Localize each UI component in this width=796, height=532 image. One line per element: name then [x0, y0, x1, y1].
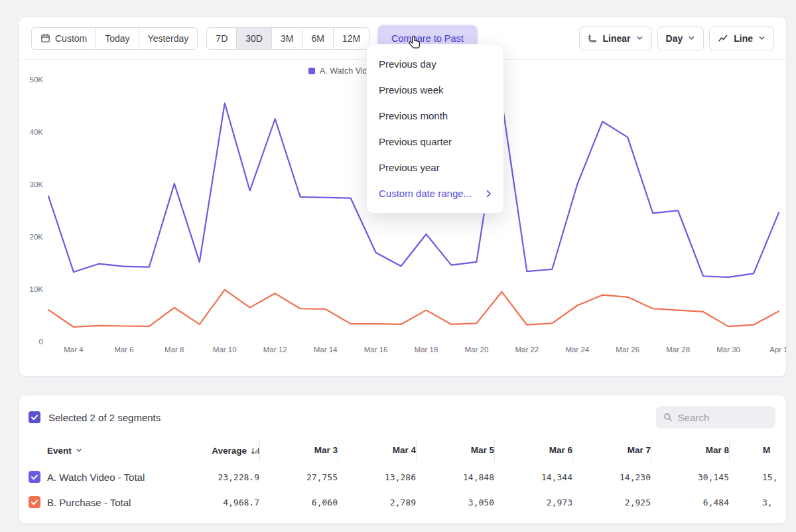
- row-average-value: 23,228.9: [193, 472, 259, 482]
- y-axis-tick: 20K: [30, 233, 44, 241]
- x-axis-tick: Mar 20: [465, 346, 489, 354]
- x-axis-tick: Mar 8: [165, 346, 184, 354]
- date-column-header: Mar 8: [651, 439, 729, 462]
- select-all-checkbox[interactable]: [29, 411, 40, 423]
- x-axis-tick: Mar 16: [364, 346, 388, 354]
- date-column-header: Mar 3: [259, 439, 338, 462]
- range-preset-group: 7D30D3M6M12M: [206, 27, 369, 50]
- interval-dropdown[interactable]: Day: [657, 27, 704, 50]
- x-axis-tick: Mar 28: [666, 346, 690, 354]
- row-cell-value: 3,050: [416, 498, 494, 507]
- row-cell-value: 6,484: [651, 498, 729, 507]
- preset-7d[interactable]: 7D: [206, 27, 237, 50]
- day-label: Day: [666, 33, 683, 44]
- preset-label: 30D: [245, 33, 263, 44]
- x-axis-tick: Mar 22: [515, 346, 539, 354]
- x-axis-tick: Apr 1: [769, 346, 786, 354]
- x-axis-tick: Mar 6: [114, 346, 133, 354]
- date-preset-group: CustomTodayYesterday: [31, 27, 198, 50]
- y-axis-tick: 30K: [30, 180, 44, 188]
- preset-label: Custom: [55, 33, 87, 44]
- preset-yesterday[interactable]: Yesterday: [139, 27, 198, 50]
- row-cell-value: 2,925: [572, 498, 651, 507]
- event-column-header[interactable]: Event: [47, 446, 193, 456]
- row-cell-value: 30,145: [651, 472, 729, 482]
- segments-table: Event Average Mar 3Mar 4Mar 5Mar 6Mar 7M…: [29, 436, 787, 515]
- row-cell-value: 3,: [729, 498, 787, 507]
- y-axis-tick: 40K: [30, 128, 44, 136]
- menu-item-previous-day[interactable]: Previous day: [367, 51, 503, 77]
- x-axis-tick: Mar 18: [415, 346, 438, 354]
- row-checkbox-cell: [29, 496, 47, 508]
- menu-item-custom-date-range[interactable]: Custom date range...: [367, 180, 503, 206]
- line-label: Line: [734, 33, 753, 44]
- custom-date-range-label: Custom date range...: [379, 188, 472, 199]
- x-axis-tick: Mar 12: [263, 346, 287, 354]
- compare-to-past-menu: Previous dayPrevious weekPrevious monthP…: [366, 44, 504, 214]
- segments-header: Selected 2 of 2 segments: [19, 395, 786, 432]
- table-row: A. Watch Video - Total23,228.927,75513,2…: [29, 464, 787, 490]
- row-cell-value: 27,755: [259, 472, 338, 482]
- compare-menu-items: Previous dayPrevious weekPrevious monthP…: [367, 51, 503, 180]
- row-cell-value: 14,848: [416, 472, 494, 482]
- search-input[interactable]: [678, 412, 768, 423]
- row-label: A. Watch Video - Total: [47, 472, 193, 483]
- preset-6m[interactable]: 6M: [302, 27, 333, 50]
- row-cell-value: 6,060: [259, 498, 338, 507]
- segments-selected-text: Selected 2 of 2 segments: [48, 412, 161, 423]
- menu-item-previous-week[interactable]: Previous week: [367, 77, 503, 103]
- preset-12m[interactable]: 12M: [333, 27, 369, 50]
- table-body: A. Watch Video - Total23,228.927,75513,2…: [29, 464, 787, 515]
- preset-label: Today: [105, 33, 129, 44]
- y-axis-tick: 10K: [30, 285, 44, 293]
- menu-item-previous-year[interactable]: Previous year: [367, 155, 503, 180]
- preset-custom[interactable]: Custom: [31, 27, 96, 50]
- check-icon: [31, 498, 38, 506]
- preset-label: 7D: [216, 33, 228, 44]
- row-cell-value: 2,789: [338, 498, 416, 507]
- row-checkbox[interactable]: [29, 496, 40, 508]
- row-checkbox[interactable]: [29, 471, 40, 483]
- x-axis-tick: Mar 4: [64, 346, 84, 354]
- linear-label: Linear: [603, 33, 631, 44]
- average-column-header[interactable]: Average: [193, 446, 259, 456]
- date-column-header: Mar 7: [572, 439, 651, 462]
- chart-line-series-1: [48, 290, 779, 327]
- display-tools: Linear Day Line: [579, 27, 774, 50]
- table-header-row: Event Average Mar 3Mar 4Mar 5Mar 6Mar 7M…: [29, 436, 787, 464]
- preset-label: 12M: [342, 33, 360, 44]
- row-checkbox-cell: [29, 471, 47, 483]
- preset-today[interactable]: Today: [96, 27, 139, 50]
- preset-30d[interactable]: 30D: [236, 27, 272, 50]
- date-column-header: M: [729, 439, 787, 462]
- chevron-down-icon: [758, 34, 765, 42]
- row-cell-value: 13,286: [338, 472, 416, 482]
- menu-item-previous-quarter[interactable]: Previous quarter: [367, 129, 503, 155]
- chevron-down-icon: [76, 447, 82, 454]
- x-axis-tick: Mar 30: [716, 346, 740, 354]
- preset-3m[interactable]: 3M: [271, 27, 302, 50]
- row-average-value: 4,968.7: [193, 498, 259, 507]
- preset-label: 3M: [281, 33, 293, 44]
- row-cell-value: 15,: [729, 472, 787, 482]
- row-label: B. Purchase - Total: [47, 497, 193, 508]
- table-row: B. Purchase - Total4,968.76,0602,7893,05…: [29, 490, 787, 515]
- preset-label: Yesterday: [148, 33, 189, 44]
- date-column-header: Mar 6: [494, 439, 572, 462]
- chevron-right-icon: [486, 190, 492, 198]
- linear-axis-icon: [588, 33, 598, 43]
- x-axis-tick: Mar 14: [314, 346, 338, 354]
- sort-descending-icon: [251, 446, 259, 455]
- y-axis-tick: 50K: [30, 76, 44, 84]
- chevron-down-icon: [688, 34, 695, 42]
- menu-item-previous-month[interactable]: Previous month: [367, 103, 503, 129]
- y-axis-tick: 0: [39, 338, 43, 346]
- row-cell-value: 14,230: [572, 472, 651, 482]
- segments-card: Selected 2 of 2 segments Event Average M…: [19, 395, 787, 524]
- event-header-label: Event: [47, 446, 72, 456]
- linear-scale-dropdown[interactable]: Linear: [579, 27, 652, 50]
- preset-label: 6M: [311, 33, 324, 44]
- analytics-dashboard: { "toolbar": { "date_buttons": ["Custom"…: [0, 0, 796, 532]
- chart-type-dropdown[interactable]: Line: [709, 27, 774, 50]
- x-axis-tick: Mar 10: [213, 346, 237, 354]
